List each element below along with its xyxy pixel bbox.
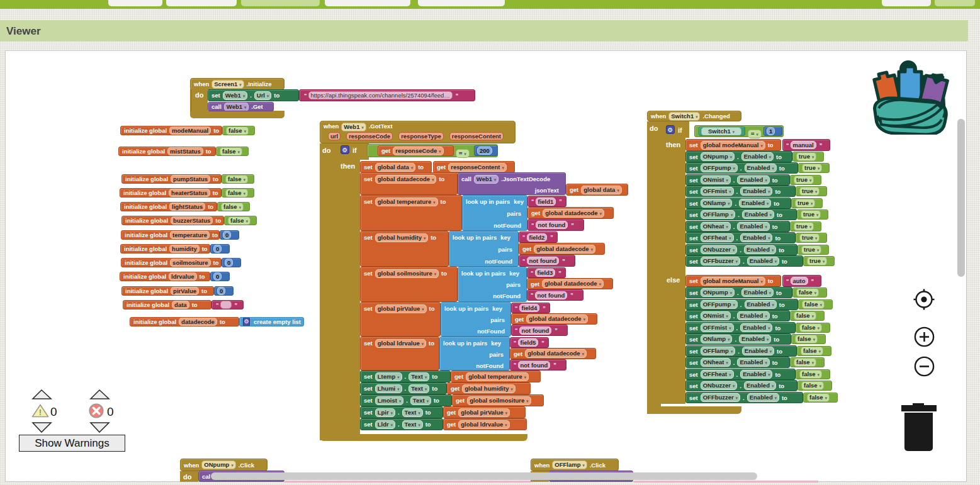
svg-text:!: ! — [39, 408, 42, 417]
